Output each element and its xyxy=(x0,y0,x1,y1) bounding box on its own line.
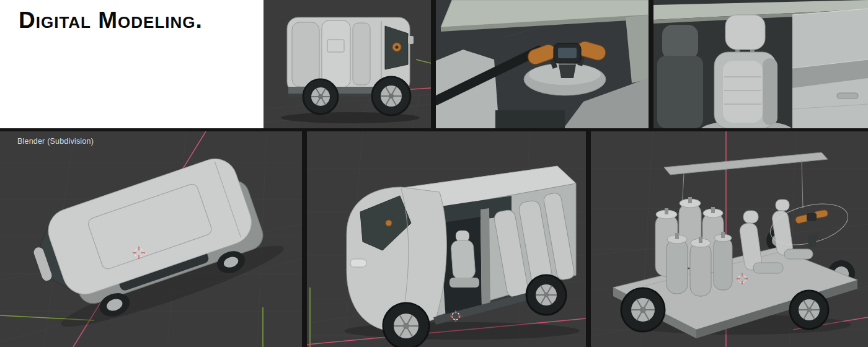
title-block: Digital Modeling. xyxy=(0,0,264,128)
seat-detail-illustration xyxy=(653,0,868,128)
y-axis-line xyxy=(416,59,431,63)
van-model xyxy=(281,17,420,123)
door-handle xyxy=(837,93,858,99)
chassis-layout-illustration xyxy=(591,131,868,347)
viewport-exterior-front-quarter xyxy=(307,131,586,347)
viewport-exterior-rear-quarter xyxy=(264,0,431,128)
headlight xyxy=(350,259,366,267)
portfolio-page: Digital Modeling. xyxy=(0,0,868,347)
side-mirror xyxy=(408,36,414,44)
roof-frame-bar xyxy=(664,152,828,175)
van-model xyxy=(344,166,580,347)
page-title: Digital Modeling. xyxy=(19,7,203,33)
front-wheel xyxy=(790,291,828,329)
steering-hub xyxy=(807,213,817,221)
viewport-interior-steering xyxy=(436,0,649,128)
b-pillar xyxy=(480,208,490,311)
headrest xyxy=(725,15,765,50)
far-seat xyxy=(657,25,703,128)
front-wheel xyxy=(383,303,429,347)
van-front-quarter-illustration xyxy=(307,131,586,347)
viewport-seat-detail xyxy=(653,0,868,128)
viewport-chassis-layout xyxy=(591,131,868,347)
viewport-label: Blender (Subdivision) xyxy=(17,137,94,146)
rear-wheel xyxy=(621,288,665,332)
van-rear-quarter-illustration xyxy=(264,0,431,128)
van-model xyxy=(24,146,288,338)
hub-screen xyxy=(558,48,577,58)
front-wheel xyxy=(372,77,410,115)
door-panel xyxy=(792,9,868,128)
interior-steering-illustration xyxy=(436,0,649,128)
rear-wheel xyxy=(526,275,566,315)
steering-wheel xyxy=(386,220,392,226)
seat xyxy=(771,200,813,259)
gas-tanks xyxy=(655,197,732,296)
rear-wheel xyxy=(303,79,338,114)
van-top-overview-illustration xyxy=(0,131,302,347)
viewport-top-overview: Blender (Subdivision) xyxy=(0,131,302,347)
